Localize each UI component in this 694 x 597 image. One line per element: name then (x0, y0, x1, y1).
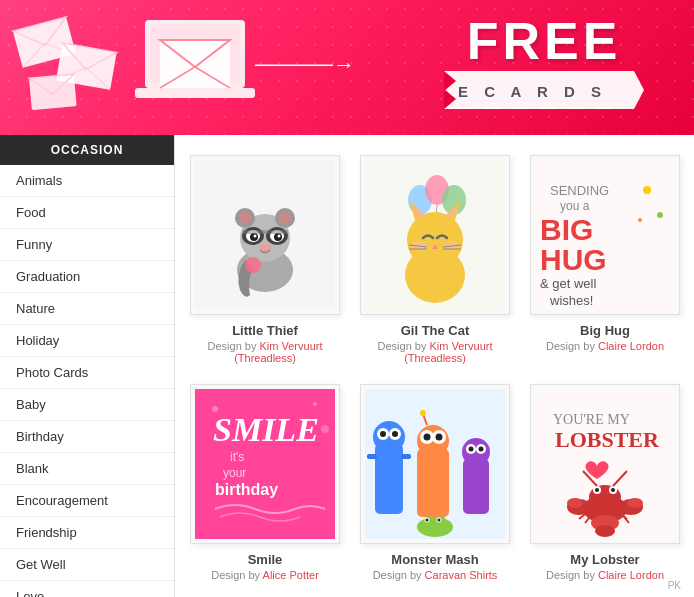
card-image-gil-the-cat (360, 155, 510, 315)
svg-rect-100 (463, 459, 489, 514)
svg-point-96 (424, 434, 431, 441)
sidebar-item-encouragement[interactable]: Encouragement (0, 485, 174, 517)
sidebar-item-baby[interactable]: Baby (0, 389, 174, 421)
svg-text:E C A R D S: E C A R D S (458, 83, 607, 100)
svg-point-88 (380, 431, 386, 437)
svg-rect-8 (29, 74, 77, 110)
svg-text:you a: you a (560, 199, 590, 213)
svg-marker-20 (454, 107, 474, 109)
sidebar-header: OCCASION (0, 135, 174, 165)
card-image-smile: SMILE it's your birthday (190, 384, 340, 544)
svg-point-112 (438, 519, 441, 522)
svg-point-72 (643, 186, 651, 194)
card-monster-mash[interactable]: Monster MashDesign by Caravan Shirts (360, 384, 510, 581)
sidebar-item-love[interactable]: Love (0, 581, 174, 597)
svg-marker-23 (538, 107, 558, 109)
card-title-gil-the-cat: Gil The Cat (401, 323, 470, 338)
card-image-little-thief (190, 155, 340, 315)
sidebar-item-nature[interactable]: Nature (0, 293, 174, 325)
svg-text:HUG: HUG (540, 243, 607, 276)
banner-text-group: FREE E C A R D S (444, 15, 644, 113)
main-container: OCCASION AnimalsFoodFunnyGraduationNatur… (0, 135, 694, 597)
sidebar-item-holiday[interactable]: Holiday (0, 325, 174, 357)
sidebar-item-funny[interactable]: Funny (0, 229, 174, 261)
sidebar: OCCASION AnimalsFoodFunnyGraduationNatur… (0, 135, 175, 597)
svg-rect-91 (401, 454, 411, 459)
sidebar-item-get-well[interactable]: Get Well (0, 549, 174, 581)
card-title-little-thief: Little Thief (232, 323, 298, 338)
svg-rect-12 (135, 88, 255, 98)
svg-rect-44 (242, 230, 288, 234)
svg-marker-21 (482, 107, 502, 109)
svg-text:BIG: BIG (540, 213, 593, 246)
svg-text:your: your (223, 466, 246, 480)
svg-point-99 (420, 410, 426, 416)
card-big-hug[interactable]: SENDING you a BIG HUG & get well wishes!… (530, 155, 680, 364)
card-gil-the-cat[interactable]: Gil The CatDesign by Kim Vervuurt (Threa… (360, 155, 510, 364)
card-designer-monster-mash: Design by Caravan Shirts (373, 569, 498, 581)
svg-point-101 (462, 438, 490, 466)
svg-point-43 (245, 257, 261, 273)
svg-rect-92 (417, 449, 449, 517)
card-title-my-lobster: My Lobster (570, 552, 639, 567)
svg-text:YOU'RE MY: YOU'RE MY (553, 412, 630, 427)
svg-point-129 (595, 525, 615, 537)
footer-watermark: PK (665, 579, 684, 592)
card-image-my-lobster: YOU'RE MY LOBSTER (530, 384, 680, 544)
svg-point-77 (313, 402, 317, 406)
svg-text:it's: it's (230, 450, 244, 464)
free-text: FREE (444, 15, 644, 67)
svg-point-104 (469, 447, 474, 452)
svg-point-78 (321, 425, 329, 433)
svg-point-89 (392, 431, 398, 437)
svg-point-85 (373, 421, 405, 453)
svg-point-105 (479, 447, 484, 452)
svg-point-110 (426, 519, 429, 522)
svg-text:& get well: & get well (540, 276, 596, 291)
svg-point-106 (417, 517, 453, 537)
svg-rect-90 (367, 454, 377, 459)
svg-text:SMILE: SMILE (213, 411, 319, 448)
svg-text:birthday: birthday (215, 481, 278, 498)
svg-point-41 (278, 235, 281, 238)
svg-point-124 (595, 488, 599, 492)
sidebar-item-food[interactable]: Food (0, 197, 174, 229)
card-designer-smile: Design by Alice Potter (211, 569, 319, 581)
svg-marker-22 (510, 107, 530, 109)
card-designer-little-thief: Design by Kim Vervuurt (Threadless) (190, 340, 340, 364)
svg-point-74 (638, 218, 642, 222)
cards-grid: Little ThiefDesign by Kim Vervuurt (Thre… (190, 155, 680, 581)
svg-point-73 (657, 212, 663, 218)
svg-marker-25 (594, 107, 614, 109)
svg-point-119 (567, 498, 583, 508)
card-smile[interactable]: SMILE it's your birthday SmileDesign by … (190, 384, 340, 581)
sidebar-item-blank[interactable]: Blank (0, 453, 174, 485)
svg-rect-84 (375, 444, 403, 514)
svg-marker-24 (566, 107, 586, 109)
card-designer-gil-the-cat: Design by Kim Vervuurt (Threadless) (360, 340, 510, 364)
sidebar-item-photo-cards[interactable]: Photo Cards (0, 357, 174, 389)
card-title-smile: Smile (248, 552, 283, 567)
sidebar-item-friendship[interactable]: Friendship (0, 517, 174, 549)
card-designer-big-hug: Design by Claire Lordon (546, 340, 664, 352)
laptop-icon (130, 15, 240, 100)
sidebar-item-animals[interactable]: Animals (0, 165, 174, 197)
svg-text:SENDING: SENDING (550, 183, 609, 198)
envelope-group (10, 10, 130, 134)
card-image-big-hug: SENDING you a BIG HUG & get well wishes! (530, 155, 680, 315)
svg-point-40 (254, 235, 257, 238)
banner-arrow: ─────→ (255, 52, 355, 78)
sidebar-item-graduation[interactable]: Graduation (0, 261, 174, 293)
svg-point-121 (627, 498, 643, 508)
card-title-big-hug: Big Hug (580, 323, 630, 338)
content-area: Little ThiefDesign by Kim Vervuurt (Thre… (175, 135, 694, 597)
card-title-monster-mash: Monster Mash (391, 552, 478, 567)
svg-point-125 (611, 488, 615, 492)
card-designer-my-lobster: Design by Claire Lordon (546, 569, 664, 581)
svg-point-33 (279, 212, 291, 224)
sidebar-item-birthday[interactable]: Birthday (0, 421, 174, 453)
card-my-lobster[interactable]: YOU'RE MY LOBSTER (530, 384, 680, 581)
banner: ─────→ FREE E C A R D S (0, 0, 694, 135)
card-little-thief[interactable]: Little ThiefDesign by Kim Vervuurt (Thre… (190, 155, 340, 364)
card-image-monster-mash (360, 384, 510, 544)
